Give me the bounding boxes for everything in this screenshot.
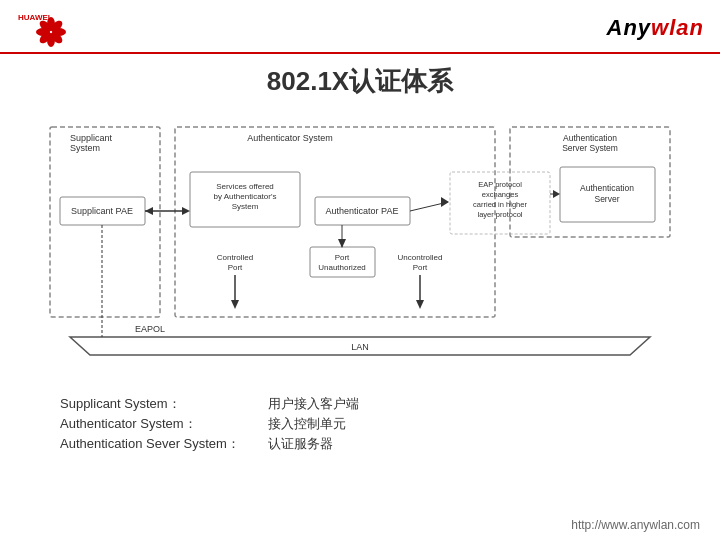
legend-row-1: Supplicant System： 用户接入客户端 — [60, 395, 660, 413]
header: HUAWEI Anywlan — [0, 0, 720, 54]
svg-text:carried in higher: carried in higher — [473, 200, 527, 209]
svg-rect-9 — [50, 127, 160, 317]
svg-text:Authentication: Authentication — [563, 133, 617, 143]
svg-text:System: System — [70, 143, 100, 153]
svg-text:Uncontrolled: Uncontrolled — [398, 253, 443, 262]
svg-text:Authenticator PAE: Authenticator PAE — [326, 206, 399, 216]
legend-key-1: Supplicant System： — [60, 395, 260, 413]
svg-text:Port: Port — [335, 253, 350, 262]
footer-url: http://www.anywlan.com — [571, 518, 700, 532]
svg-rect-22 — [310, 247, 375, 277]
brand-name: Anywlan — [607, 15, 704, 41]
svg-text:by Authenticator's: by Authenticator's — [214, 192, 277, 201]
page-title: 802.1X认证体系 — [0, 54, 720, 107]
svg-text:HUAWEI: HUAWEI — [18, 13, 50, 22]
legend-val-1: 用户接入客户端 — [268, 395, 359, 413]
legend-row-2: Authenticator System： 接入控制单元 — [60, 415, 660, 433]
svg-marker-32 — [416, 300, 424, 309]
svg-text:LAN: LAN — [351, 342, 369, 352]
svg-marker-47 — [553, 190, 560, 198]
legend-row-3: Authentication Sever System： 认证服务器 — [60, 435, 660, 453]
svg-marker-53 — [145, 207, 153, 215]
svg-text:Server System: Server System — [562, 143, 618, 153]
logo-area: HUAWEI — [16, 8, 86, 48]
svg-text:Authentication: Authentication — [580, 183, 634, 193]
svg-text:Authenticator System: Authenticator System — [247, 133, 333, 143]
svg-text:Server: Server — [594, 194, 619, 204]
svg-text:EAPOL: EAPOL — [135, 324, 165, 334]
huawei-logo: HUAWEI — [16, 8, 86, 48]
legend-val-3: 认证服务器 — [268, 435, 333, 453]
svg-text:EAP protocol: EAP protocol — [478, 180, 522, 189]
legend-val-2: 接入控制单元 — [268, 415, 346, 433]
svg-text:Controlled: Controlled — [217, 253, 253, 262]
svg-text:Port: Port — [228, 263, 243, 272]
svg-marker-54 — [182, 207, 190, 215]
svg-marker-30 — [231, 300, 239, 309]
svg-text:exchanges: exchanges — [482, 190, 519, 199]
legend-key-2: Authenticator System： — [60, 415, 260, 433]
svg-text:Supplicant PAE: Supplicant PAE — [71, 206, 133, 216]
svg-text:Supplicant: Supplicant — [70, 133, 113, 143]
svg-text:System: System — [232, 202, 259, 211]
svg-text:Services offered: Services offered — [216, 182, 274, 191]
svg-text:Unauthorized: Unauthorized — [318, 263, 366, 272]
legend: Supplicant System： 用户接入客户端 Authenticator… — [60, 395, 660, 453]
svg-text:layer protocol: layer protocol — [477, 210, 522, 219]
svg-text:Port: Port — [413, 263, 428, 272]
svg-marker-45 — [441, 197, 449, 207]
diagram-svg: Supplicant System Supplicant PAE Authent… — [40, 107, 680, 387]
diagram-area: Supplicant System Supplicant PAE Authent… — [40, 107, 680, 387]
legend-key-3: Authentication Sever System： — [60, 435, 260, 453]
svg-rect-14 — [175, 127, 495, 317]
